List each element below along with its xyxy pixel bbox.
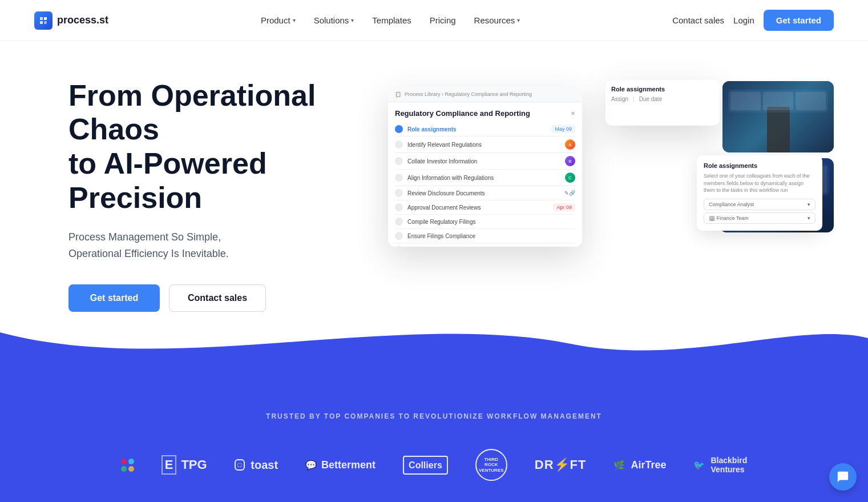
slack-logo	[121, 459, 134, 472]
workflow-title: Regulatory Compliance and Reporting ✕	[395, 109, 575, 118]
trusted-label: TRUSTED BY TOP COMPANIES TO REVOLUTIONIZ…	[0, 412, 868, 420]
hero-text: From Operational Chaos to AI-Powered Pre…	[68, 79, 365, 312]
role-assignments-panel-top: Role assignments Assign | Due date	[605, 80, 720, 126]
third-rock-logo: THIRDROCKVENTURES	[475, 449, 507, 481]
nav-templates[interactable]: Templates	[364, 11, 419, 30]
betterment-logo: 💬 Betterment	[305, 459, 376, 471]
company-logos: E TPG □ toast 💬 Betterment Colliers THIR…	[0, 449, 868, 481]
main-app-window: 📋 Process Library › Regulatory Complianc…	[388, 87, 582, 247]
list-item: Align Information with Regulations C	[395, 170, 575, 186]
chevron-down-icon: ▾	[293, 17, 296, 23]
list-item: Approval Document Reviews Apr 09	[395, 200, 575, 215]
nav-get-started-button[interactable]: Get started	[764, 10, 834, 31]
list-item: Collate Investor Information B	[395, 153, 575, 170]
toast-logo: □ toast	[235, 459, 278, 472]
hero-buttons: Get started Contact sales	[68, 284, 365, 312]
task-list: Role assignments May 09 Identify Relevan…	[395, 122, 575, 247]
chevron-down-icon: ▾	[351, 17, 354, 23]
wave-divider	[0, 310, 868, 378]
nav-pricing[interactable]: Pricing	[422, 11, 464, 30]
colliers-logo: Colliers	[403, 456, 448, 475]
compliance-analyst-select[interactable]: Compliance Analyst▾	[704, 199, 815, 210]
list-item: Identify Relevant Regulations A	[395, 136, 575, 153]
app-breadcrumb: 📋 Process Library › Regulatory Complianc…	[388, 87, 582, 102]
hero-get-started-button[interactable]: Get started	[68, 284, 160, 312]
blue-section: TRUSTED BY TOP COMPANIES TO REVOLUTIONIZ…	[0, 378, 868, 502]
brand-name: process.st	[57, 14, 108, 26]
slack-icon	[121, 459, 134, 472]
hero-photo-top	[722, 81, 834, 152]
drift-logo: DR⚡FT	[535, 457, 587, 472]
nav-solutions[interactable]: Solutions ▾	[306, 11, 362, 30]
role-panel-subtitle: Select one of your colleagues from each …	[704, 172, 815, 194]
nav-resources[interactable]: Resources ▾	[466, 11, 528, 30]
logo-icon	[34, 11, 53, 30]
hero-title: From Operational Chaos to AI-Powered Pre…	[68, 79, 365, 215]
hero-section: From Operational Chaos to AI-Powered Pre…	[0, 41, 868, 315]
airtree-logo: 🌿 AirTree	[613, 459, 666, 471]
nav-actions: Contact sales Login Get started	[672, 10, 834, 31]
list-item: Ensure Filings Compliance	[395, 229, 575, 243]
role-assignments-panel-bottom: Role assignments Select one of your coll…	[697, 155, 822, 231]
hero-visuals: Role assignments Assign | Due date 📋 Pro…	[388, 75, 834, 315]
contact-sales-link[interactable]: Contact sales	[672, 15, 724, 25]
role-panel-title: Role assignments	[704, 162, 815, 169]
blackbird-logo: 🐦 BlackbirdVentures	[693, 456, 747, 474]
app-content: Regulatory Compliance and Reporting ✕ Ro…	[388, 102, 582, 247]
navbar: process.st Product ▾ Solutions ▾ Templat…	[0, 0, 868, 41]
list-item: Role assignments May 09	[395, 122, 575, 136]
hero-subtitle: Process Management So Simple, Operationa…	[68, 229, 365, 262]
nav-links: Product ▾ Solutions ▾ Templates Pricing …	[253, 11, 528, 30]
chevron-down-icon: ▾	[517, 17, 520, 23]
finance-team-select[interactable]: 🏢 Finance Team▾	[704, 212, 815, 224]
chat-bubble[interactable]	[829, 463, 857, 491]
login-link[interactable]: Login	[733, 15, 754, 25]
list-item: Submit Regulatory Filings	[395, 243, 575, 247]
list-item: Compile Regulatory Filings	[395, 215, 575, 229]
logo[interactable]: process.st	[34, 11, 108, 30]
nav-product[interactable]: Product ▾	[253, 11, 304, 30]
tpg-logo: E TPG	[162, 455, 207, 475]
hero-contact-sales-button[interactable]: Contact sales	[169, 284, 266, 312]
list-item: Review Disclosure Documents ✎🔗	[395, 186, 575, 200]
